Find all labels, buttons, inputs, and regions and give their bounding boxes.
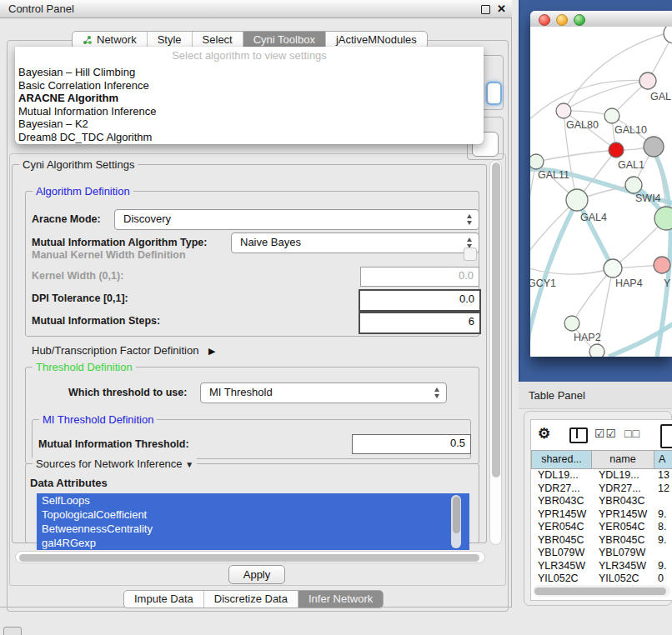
network-node[interactable]	[664, 27, 672, 43]
split-columns-icon[interactable]	[569, 428, 588, 443]
tab-select[interactable]: Select	[192, 32, 243, 48]
gear-icon[interactable]: ⚙	[538, 425, 550, 442]
network-node-gal80[interactable]	[556, 103, 571, 118]
table-row[interactable]: YLR345WYLR345W9.	[531, 560, 672, 573]
data-attribute-item[interactable]: BetweennessCentrality	[37, 522, 469, 536]
select-all-checkboxes-icon[interactable]: ☑☑	[594, 427, 617, 440]
algorithm-option[interactable]: Dream8 DC_TDC Algorithm	[15, 131, 484, 144]
table-row[interactable]: YPR145WYPR145W9.	[531, 508, 672, 522]
table-cell: YPR145W	[538, 508, 586, 522]
tab-style[interactable]: Style	[147, 32, 192, 48]
which-threshold-select[interactable]: MI Threshold	[200, 382, 447, 403]
tab-discretize-data[interactable]: Discretize Data	[203, 591, 298, 608]
tab-cyni-toolbox[interactable]: Cyni Toolbox	[243, 32, 325, 48]
network-node-swi4[interactable]	[625, 177, 642, 193]
network-node[interactable]	[589, 344, 604, 357]
table-cell: YBR045C	[538, 534, 584, 548]
tab-jactivemnodules[interactable]: jActiveMNodules	[325, 32, 427, 48]
table-row[interactable]: YBR043CYBR043C	[531, 495, 672, 508]
network-edge	[577, 200, 613, 268]
algorithm-option[interactable]: Bayesian – K2	[15, 118, 484, 131]
node-label: HAP4	[615, 278, 643, 289]
table-row[interactable]: YBL079WYBL079W	[531, 547, 672, 560]
network-window-titlebar[interactable]	[530, 11, 672, 28]
network-canvas[interactable]: GALGAL80GAL10GAL1GAL11GAL4SWI4GCY1HAP4YH…	[530, 27, 672, 357]
network-node[interactable]	[644, 137, 664, 157]
algorithm-option[interactable]: Bayesian – Hill Climbing	[15, 66, 484, 79]
data-attribute-item[interactable]: SelfLoops	[37, 493, 469, 508]
aracne-mode-select[interactable]: Discovery	[114, 209, 479, 230]
network-edge	[530, 265, 613, 274]
chevron-down-icon[interactable]: ▼	[185, 460, 193, 469]
network-node-gal11[interactable]	[530, 154, 544, 169]
network-node-gal1[interactable]	[609, 142, 624, 158]
table-cell: YBR043C	[599, 495, 645, 508]
algorithm-option[interactable]: Mutual Information Inference	[15, 105, 484, 118]
sources-legend-label: Sources for Network Inference	[36, 458, 183, 470]
table-scrollbar-thumb[interactable]	[534, 588, 666, 595]
deselect-all-checkboxes-icon[interactable]: □□	[624, 427, 640, 440]
hub-factor-expander[interactable]: Hub/Transcription Factor Definition ▶	[32, 344, 215, 357]
network-node-gal[interactable]	[639, 72, 656, 89]
mi-threshold-field[interactable]: 0.5	[352, 434, 471, 454]
settings-vscroll-thumb[interactable]	[492, 162, 500, 478]
data-attribute-item[interactable]: TopologicalCoefficient	[37, 508, 469, 522]
dpi-tolerance-field[interactable]: 0.0	[359, 289, 481, 312]
table-cell: YLR345W	[599, 560, 646, 573]
network-node-gal4[interactable]	[566, 189, 588, 211]
kernel-width-field[interactable]: 0.0	[360, 267, 479, 287]
mi-steps-label: Mutual Information Steps:	[32, 315, 160, 327]
algorithm-option[interactable]: Basic Correlation Inference	[15, 79, 484, 92]
float-panel-icon[interactable]	[481, 5, 490, 14]
table-row[interactable]: YIL052CYIL052C0	[531, 572, 672, 585]
manual-kernel-width-checkbox[interactable]	[464, 248, 477, 261]
settings-horizontal-scrollbar[interactable]	[15, 551, 485, 563]
table-row[interactable]: YER054CYER054C8.	[531, 521, 672, 534]
algorithm-option[interactable]: ARACNE Algorithm	[15, 92, 484, 105]
column-header-shared-name[interactable]: shared...	[531, 450, 592, 469]
table-header-row: shared... name A	[531, 450, 672, 469]
float-tools-panel-icon[interactable]	[3, 627, 22, 635]
table-row[interactable]: YDR27...YDR27...12	[531, 482, 672, 496]
table-row[interactable]: YBR045CYBR045C9.	[531, 534, 672, 548]
attributes-list-scrollbar[interactable]	[451, 495, 461, 548]
network-node-gal10[interactable]	[604, 108, 619, 123]
network-view-window[interactable]: GALGAL80GAL10GAL1GAL11GAL4SWI4GCY1HAP4YH…	[530, 11, 672, 357]
node-label: Y	[664, 278, 671, 289]
attributes-scrollbar-thumb[interactable]	[453, 497, 460, 533]
network-edge	[536, 150, 616, 162]
tab-network[interactable]: Network	[73, 32, 147, 48]
column-header-third[interactable]: A	[654, 450, 672, 469]
new-table-icon[interactable]	[660, 424, 672, 448]
focused-combobox-fragment[interactable]	[486, 82, 502, 105]
chevron-right-icon[interactable]: ▶	[208, 346, 215, 356]
sources-legend[interactable]: Sources for Network Inference ▼	[33, 458, 197, 470]
settings-vertical-scrollbar[interactable]	[489, 160, 502, 545]
table-horizontal-scrollbar[interactable]	[533, 585, 670, 597]
table-cell: YPR145W	[599, 508, 647, 522]
zoom-traffic-light-icon[interactable]	[574, 14, 585, 26]
mi-algorithm-type-select[interactable]: Naive Bayes	[231, 232, 479, 253]
close-panel-icon[interactable]: ✕	[497, 0, 506, 18]
network-node-hap2[interactable]	[564, 316, 579, 331]
control-panel-title: Control Panel	[8, 0, 74, 18]
close-traffic-light-icon[interactable]	[539, 14, 550, 26]
table-toolbar: ⚙ ☑☑ □□	[531, 420, 672, 450]
node-label: GAL4	[580, 212, 607, 223]
mi-steps-value: 6	[469, 313, 474, 330]
table-row[interactable]: YDL19...YDL19...13	[531, 469, 672, 482]
tab-impute-data[interactable]: Impute Data	[124, 591, 203, 608]
network-node-y[interactable]	[654, 257, 670, 273]
column-header-name[interactable]: name	[592, 450, 654, 469]
network-node-hap4[interactable]	[604, 259, 622, 278]
tab-infer-network[interactable]: Infer Network	[298, 591, 383, 608]
settings-hscroll-thumb[interactable]	[19, 554, 479, 562]
table-cell: 9.	[658, 560, 666, 573]
apply-button[interactable]: Apply	[228, 565, 285, 584]
stepper-icon[interactable]	[434, 388, 441, 399]
minimize-traffic-light-icon[interactable]	[556, 14, 568, 26]
network-node[interactable]	[654, 207, 672, 230]
stepper-icon[interactable]	[466, 214, 474, 226]
data-attribute-item[interactable]: gal4RGexp	[37, 536, 469, 550]
mi-steps-field[interactable]: 6	[359, 312, 481, 334]
